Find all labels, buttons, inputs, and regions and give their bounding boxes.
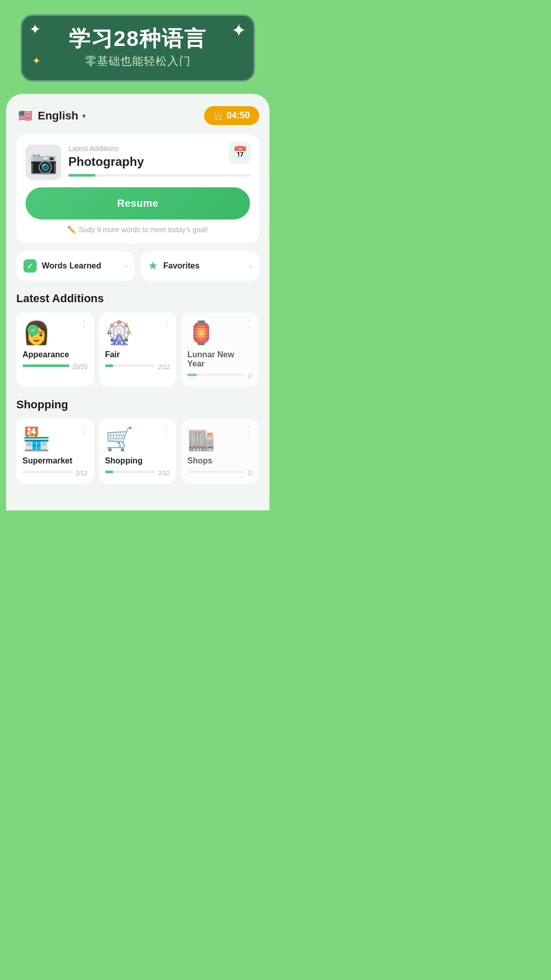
bottom-spacer [16,495,259,510]
card-appearance-progress: 20/20 [22,363,88,371]
lesson-label: Latest Additions [68,144,250,153]
card-fair[interactable]: 🎡 ⋮ Fair 2/12 [99,312,177,387]
card-appearance-name: Appearance [22,350,88,359]
shopping-icon: 🛒 [105,426,170,452]
lesson-top: 📷 Latest Additions Photography [26,144,250,180]
lesson-info: Latest Additions Photography [68,144,250,177]
card-appearance[interactable]: 👩 ✓ ⋮ Appearance 20/20 [16,312,94,387]
dropdown-arrow-icon: ▾ [82,112,86,120]
favorites-label: Favorites [163,261,199,271]
timer-badge[interactable]: 👑 04:50 [204,106,259,125]
card-menu-icon-3[interactable]: ⋮ [244,318,254,330]
hero-banner: ✦ ✦ ✦ 学习28种语言 零基础也能轻松入门 [20,14,255,82]
latest-additions-cards: 👩 ✓ ⋮ Appearance 20/20 🎡 ⋮ Fair 2/12 [16,312,259,387]
arrow-right-icon-2: › [249,262,252,270]
lunar-progress-fill [187,374,197,376]
card-shopping[interactable]: 🛒 ⋮ Shopping 2/12 [99,419,177,484]
language-header: 🇺🇸 English ▾ 👑 04:50 [16,106,259,125]
calendar-icon: 📅 [233,146,247,159]
language-name: English [38,109,78,122]
fair-icon: 🎡 [105,320,170,346]
sparkle-icon-tl: ✦ [29,21,41,38]
calendar-badge[interactable]: 📅 [229,141,251,164]
card-menu-icon-6[interactable]: ⋮ [244,425,254,436]
lesson-name: Photography [68,155,250,169]
card-menu-icon[interactable]: ⋮ [80,318,89,330]
lunar-progress-bar [187,374,244,376]
fair-count: 2/12 [158,363,170,371]
card-lunar-progress: 2/ [187,373,253,380]
appearance-progress-fill [22,364,69,367]
check-icon: ✓ [23,259,37,273]
language-selector[interactable]: 🇺🇸 English ▾ [16,107,86,125]
flag-icon: 🇺🇸 [16,107,34,125]
shopping-cards: 🏪 ⋮ Supermarket 2/12 🛒 ⋮ Shopping 2/12 [16,419,259,484]
quick-links: ✓ Words Learned › ★ Favorites › [16,251,259,281]
supermarket-icon: 🏪 [22,426,88,452]
card-lunar-name: Lunnar New Year [187,350,253,369]
card-menu-icon-4[interactable]: ⋮ [80,425,89,436]
favorites-button[interactable]: ★ Favorites › [141,251,259,281]
card-lunar-new-year[interactable]: 🏮 ⋮ Lunnar New Year 2/ [181,312,259,387]
lesson-progress-fill [68,174,95,177]
hero-subtitle: 零基础也能轻松入门 [37,54,238,69]
main-card: 🇺🇸 English ▾ 👑 04:50 📷 Latest Additions … [6,94,269,510]
crown-icon: 👑 [213,111,223,120]
shopping-progress-fill [105,471,114,473]
star-icon: ★ [148,259,158,273]
shops-count: 2/ [247,470,253,477]
card-shopping-progress: 2/12 [105,470,170,477]
card-menu-icon-2[interactable]: ⋮ [162,318,171,330]
lunar-count: 2/ [247,373,253,380]
sparkle-icon-bl: ✦ [32,55,41,67]
sparkle-icon-tr: ✦ [231,20,246,41]
shops-icon: 🏬 [187,426,253,452]
fair-progress-bar [105,364,155,367]
supermarket-count: 2/12 [76,470,87,477]
card-shops-name: Shops [187,456,253,465]
shopping-count: 2/12 [158,470,170,477]
shopping-progress-bar [105,471,155,473]
lesson-progress-bar [68,174,250,177]
latest-additions-title: Latest Additions [16,292,259,305]
card-shops-progress: 2/ [187,470,253,477]
hero-title: 学习28种语言 [37,27,238,51]
reminder-icon: ✏️ [67,226,76,234]
arrow-right-icon: › [125,262,128,270]
card-fair-name: Fair [105,350,170,359]
study-reminder: ✏️ Sudy 9 more words to meet today's goa… [26,226,250,234]
card-shops[interactable]: 🏬 ⋮ Shops 2/ [181,419,259,484]
words-learned-label: Words Learned [42,261,101,271]
lesson-icon: 📷 [26,144,61,180]
card-supermarket-progress: 2/12 [22,470,88,477]
card-menu-icon-5[interactable]: ⋮ [162,425,171,436]
fair-progress-fill [105,364,114,367]
featured-lesson-card[interactable]: 📷 Latest Additions Photography 📅 Resume … [16,134,259,243]
appearance-progress-bar [22,364,69,367]
timer-value: 04:50 [227,110,250,121]
card-supermarket[interactable]: 🏪 ⋮ Supermarket 2/12 [16,419,94,484]
shopping-title: Shopping [16,398,259,411]
card-fair-progress: 2/12 [105,363,170,371]
resume-button[interactable]: Resume [26,187,250,219]
words-learned-button[interactable]: ✓ Words Learned › [16,251,135,281]
card-supermarket-name: Supermarket [22,456,88,465]
supermarket-progress-bar [22,471,72,473]
shops-progress-bar [187,471,244,473]
card-shopping-name: Shopping [105,456,170,465]
lunar-icon: 🏮 [187,320,253,346]
appearance-count: 20/20 [72,363,88,371]
